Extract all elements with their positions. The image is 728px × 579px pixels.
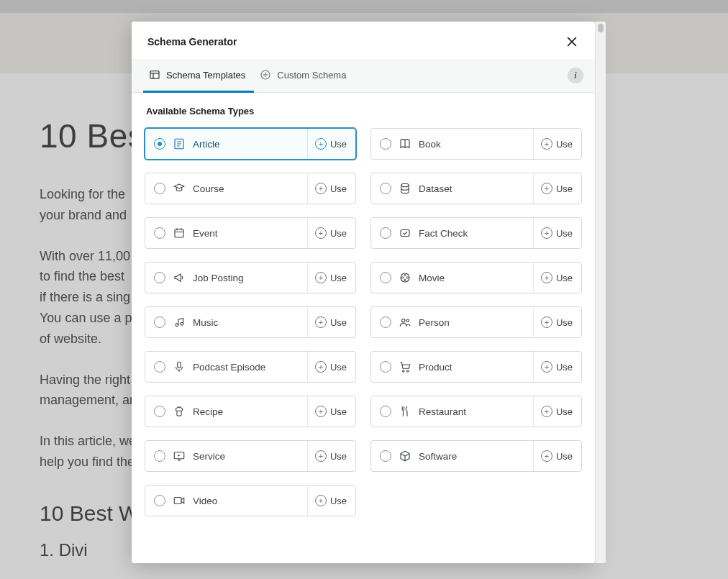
use-button-movie[interactable]: +Use (533, 263, 581, 293)
radio-recipe[interactable] (154, 406, 165, 417)
schema-select-software[interactable]: Software (371, 441, 533, 471)
schema-select-recipe[interactable]: Recipe (145, 396, 307, 427)
plus-icon: + (541, 227, 552, 239)
schema-label: Person (419, 317, 450, 328)
radio-product[interactable] (380, 361, 391, 373)
video-icon (173, 494, 186, 507)
schema-type-grid: Article+UseBook+UseCourse+UseDataset+Use… (145, 128, 582, 516)
schema-select-product[interactable]: Product (371, 352, 533, 382)
schema-label: Music (193, 317, 218, 328)
use-button-video[interactable]: +Use (307, 485, 355, 516)
schema-select-jobposting[interactable]: Job Posting (145, 263, 307, 293)
schema-select-person[interactable]: Person (371, 307, 533, 337)
plus-icon: + (315, 183, 327, 194)
schema-card-book: Book+Use (370, 128, 582, 160)
radio-course[interactable] (154, 183, 165, 194)
radio-music[interactable] (154, 316, 165, 328)
schema-select-article[interactable]: Article (145, 129, 307, 159)
schema-label: Video (193, 496, 217, 506)
tab-schema-templates[interactable]: Schema Templates (143, 59, 254, 93)
use-button-product[interactable]: +Use (533, 352, 581, 382)
use-button-article[interactable]: +Use (307, 129, 355, 159)
schema-generator-modal: Schema Generator Schema Templates Custom… (132, 22, 595, 563)
use-button-restaurant[interactable]: +Use (533, 396, 581, 427)
schema-card-product: Product+Use (370, 351, 582, 383)
section-label: Available Schema Types (146, 106, 582, 117)
schema-card-recipe: Recipe+Use (145, 396, 356, 427)
plus-icon: + (315, 406, 327, 417)
schema-select-book[interactable]: Book (371, 129, 533, 159)
schema-select-movie[interactable]: Movie (371, 263, 533, 293)
schema-card-person: Person+Use (370, 306, 582, 338)
use-button-factcheck[interactable]: +Use (533, 218, 581, 248)
radio-book[interactable] (380, 138, 391, 150)
use-label: Use (330, 406, 347, 417)
radio-software[interactable] (380, 450, 391, 462)
use-label: Use (556, 139, 573, 150)
schema-select-video[interactable]: Video (145, 485, 307, 516)
schema-label: Article (193, 139, 220, 150)
schema-card-course: Course+Use (145, 173, 356, 204)
use-label: Use (556, 228, 573, 239)
modal-scrollbar[interactable] (595, 22, 606, 563)
use-button-book[interactable]: +Use (533, 129, 581, 159)
use-button-recipe[interactable]: +Use (307, 396, 355, 427)
plus-icon: + (315, 316, 327, 328)
close-button[interactable] (565, 35, 579, 49)
schema-card-movie: Movie+Use (370, 262, 582, 293)
radio-person[interactable] (380, 316, 391, 328)
use-label: Use (556, 362, 573, 373)
plus-icon: + (541, 361, 552, 373)
radio-dataset[interactable] (380, 183, 391, 194)
use-button-person[interactable]: +Use (533, 307, 581, 337)
event-icon (173, 227, 186, 240)
radio-article[interactable] (154, 138, 165, 150)
plus-icon: + (541, 450, 552, 462)
use-label: Use (556, 406, 573, 417)
radio-movie[interactable] (380, 272, 391, 283)
radio-video[interactable] (154, 495, 165, 506)
schema-card-event: Event+Use (145, 217, 356, 249)
schema-select-event[interactable]: Event (145, 218, 307, 248)
schema-select-dataset[interactable]: Dataset (371, 173, 533, 204)
schema-label: Course (193, 183, 224, 194)
tab-label: Custom Schema (277, 70, 346, 81)
schema-card-factcheck: Fact Check+Use (370, 217, 582, 249)
schema-select-course[interactable]: Course (145, 173, 307, 204)
radio-podcast[interactable] (154, 361, 165, 373)
use-button-jobposting[interactable]: +Use (307, 263, 355, 293)
use-button-dataset[interactable]: +Use (533, 173, 581, 204)
megaphone-icon (173, 271, 186, 284)
schema-select-podcast[interactable]: Podcast Episode (145, 352, 307, 382)
schema-card-software: Software+Use (370, 440, 582, 472)
radio-service[interactable] (154, 450, 165, 462)
radio-restaurant[interactable] (380, 406, 391, 417)
use-button-software[interactable]: +Use (533, 441, 581, 471)
article-icon (173, 137, 186, 150)
schema-select-factcheck[interactable]: Fact Check (371, 218, 533, 248)
scrollbar-thumb[interactable] (598, 24, 604, 32)
schema-label: Product (419, 362, 452, 373)
schema-label: Podcast Episode (193, 362, 265, 373)
schema-select-service[interactable]: Service (145, 441, 307, 471)
use-label: Use (330, 451, 347, 462)
schema-card-service: Service+Use (145, 440, 356, 472)
use-button-service[interactable]: +Use (307, 441, 355, 471)
radio-event[interactable] (154, 227, 165, 239)
schema-select-restaurant[interactable]: Restaurant (371, 396, 533, 427)
use-button-podcast[interactable]: +Use (307, 352, 355, 382)
use-button-event[interactable]: +Use (307, 218, 355, 248)
movie-icon (399, 271, 411, 284)
radio-factcheck[interactable] (380, 227, 391, 239)
tab-custom-schema[interactable]: Custom Schema (254, 59, 355, 93)
plus-icon: + (541, 316, 552, 328)
use-button-course[interactable]: +Use (307, 173, 355, 204)
use-label: Use (330, 273, 347, 283)
radio-jobposting[interactable] (154, 272, 165, 283)
schema-label: Recipe (193, 406, 223, 417)
plus-icon: + (315, 361, 327, 373)
use-button-music[interactable]: +Use (307, 307, 355, 337)
schema-label: Software (419, 451, 457, 462)
schema-select-music[interactable]: Music (145, 307, 307, 337)
info-button[interactable]: i (568, 68, 583, 83)
